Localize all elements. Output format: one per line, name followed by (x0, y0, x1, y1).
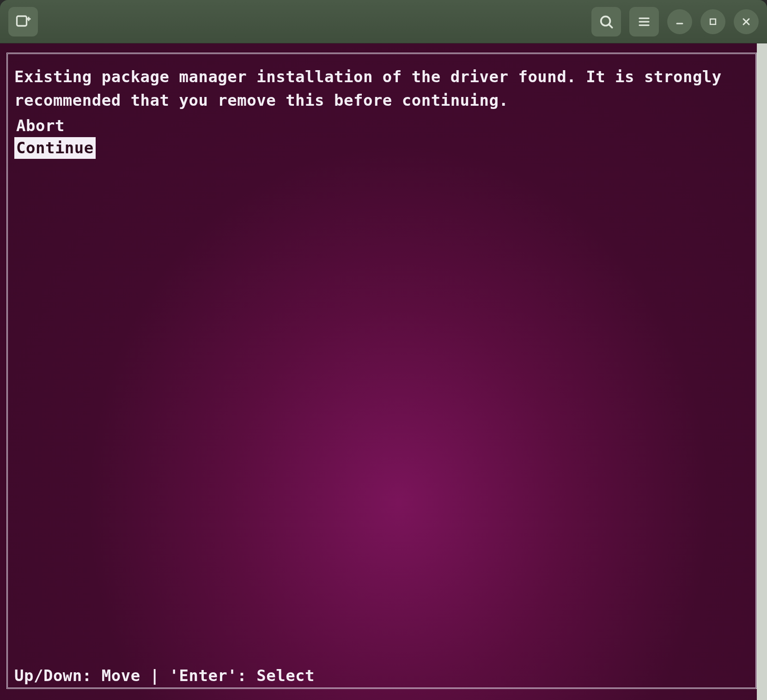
svg-rect-9 (710, 19, 716, 24)
terminal-viewport[interactable]: Existing package manager installation of… (0, 43, 767, 700)
dialog-message: Existing package manager installation of… (14, 65, 749, 112)
menu-icon (637, 15, 651, 29)
terminal-body: Existing package manager installation of… (0, 43, 767, 700)
minimize-icon (674, 16, 685, 27)
titlebar-right (591, 7, 759, 36)
option-abort[interactable]: Abort (14, 115, 67, 137)
scrollbar[interactable] (757, 43, 767, 700)
menu-button[interactable] (629, 7, 659, 36)
option-continue[interactable]: Continue (14, 137, 96, 159)
ncurses-frame: Existing package manager installation of… (6, 53, 757, 689)
svg-line-4 (609, 24, 612, 27)
terminal-window: Existing package manager installation of… (0, 0, 767, 700)
search-icon (598, 14, 614, 30)
svg-rect-0 (17, 16, 27, 26)
search-button[interactable] (591, 7, 621, 36)
titlebar-left (8, 7, 38, 36)
minimize-button[interactable] (667, 9, 692, 34)
keyboard-hint: Up/Down: Move | 'Enter': Select (14, 666, 315, 685)
maximize-icon (708, 17, 718, 26)
close-icon (741, 16, 752, 27)
maximize-button[interactable] (700, 9, 725, 34)
terminal-plus-icon (15, 13, 31, 30)
dialog-options: Abort Continue (14, 115, 749, 159)
new-tab-button[interactable] (8, 7, 38, 36)
titlebar (0, 0, 767, 43)
close-button[interactable] (734, 9, 759, 34)
